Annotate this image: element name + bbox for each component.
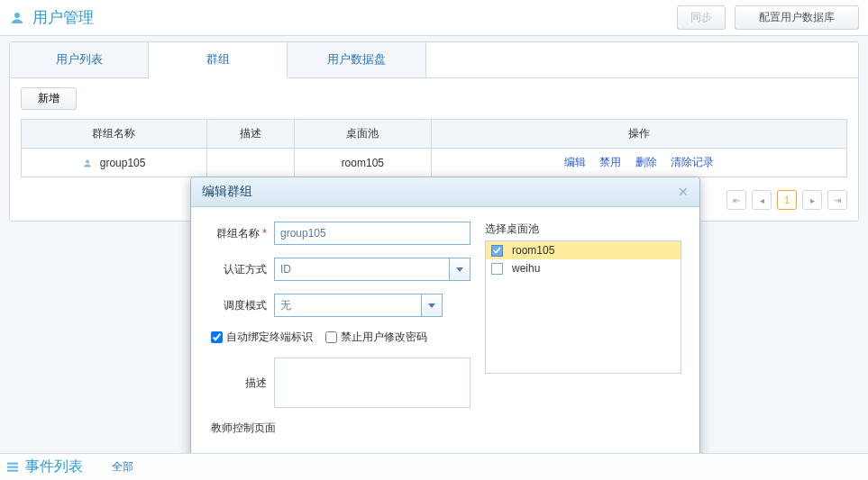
group-name-input[interactable] xyxy=(274,222,471,245)
pager-last[interactable]: ⇥ xyxy=(827,190,847,210)
col-desc: 描述 xyxy=(206,120,294,149)
close-icon[interactable]: ✕ xyxy=(678,185,689,199)
tab-user-list[interactable]: 用户列表 xyxy=(10,42,149,77)
label-group-name: 群组名称 xyxy=(209,226,274,241)
label-auth: 认证方式 xyxy=(209,262,274,277)
toolbar: 新增 xyxy=(10,78,858,119)
pager-next[interactable]: ▸ xyxy=(802,190,822,210)
dialog-body: 群组名称 认证方式 调度模式 自动绑定终端标识 禁止用户修改密码 xyxy=(191,207,699,450)
action-disable[interactable]: 禁用 xyxy=(599,156,621,168)
pool-name: weihu xyxy=(512,262,540,275)
auto-bind-input[interactable] xyxy=(211,331,223,343)
dialog-title: 编辑群组 xyxy=(202,184,252,200)
pool-item-room105[interactable]: room105 xyxy=(486,241,681,259)
checkbox-row: 自动绑定终端标识 禁止用户修改密码 xyxy=(211,330,471,345)
cell-actions: 编辑 禁用 删除 清除记录 xyxy=(431,149,846,177)
deny-pwd-input[interactable] xyxy=(325,331,337,343)
svg-rect-2 xyxy=(7,462,18,464)
group-table: 群组名称 描述 桌面池 操作 group105 room105 编辑 禁用 删除… xyxy=(21,119,847,177)
form-column: 群组名称 认证方式 调度模式 自动绑定终端标识 禁止用户修改密码 xyxy=(209,222,471,445)
list-icon xyxy=(5,460,20,475)
page-header: 用户管理 同步 配置用户数据库 xyxy=(0,0,868,36)
auth-value[interactable] xyxy=(274,258,449,281)
chevron-down-icon[interactable] xyxy=(421,294,443,317)
label-desc: 描述 xyxy=(209,376,274,391)
schedule-select[interactable] xyxy=(274,294,443,317)
pool-item-weihu[interactable]: weihu xyxy=(486,259,681,277)
pool-name: room105 xyxy=(512,244,554,257)
check-icon[interactable] xyxy=(491,263,503,275)
cell-desc xyxy=(206,149,294,177)
chevron-down-icon[interactable] xyxy=(449,258,471,281)
col-actions: 操作 xyxy=(431,120,846,149)
svg-point-1 xyxy=(86,160,89,164)
auth-select[interactable] xyxy=(274,258,471,281)
config-db-button[interactable]: 配置用户数据库 xyxy=(735,5,859,30)
desc-textarea[interactable] xyxy=(274,358,471,408)
group-icon xyxy=(82,158,93,168)
auto-bind-checkbox[interactable]: 自动绑定终端标识 xyxy=(211,330,313,345)
dialog-header: 编辑群组 ✕ xyxy=(191,177,699,207)
svg-rect-3 xyxy=(7,466,18,467)
event-tab-all[interactable]: 全部 xyxy=(101,459,144,475)
label-pool: 选择桌面池 xyxy=(485,222,681,237)
tab-groups[interactable]: 群组 xyxy=(149,42,288,78)
label-teacher: 教师控制页面 xyxy=(211,421,471,436)
cell-name-text: group105 xyxy=(100,157,146,169)
page-title: 用户管理 xyxy=(32,7,94,28)
action-delete[interactable]: 删除 xyxy=(635,156,657,168)
header-buttons: 同步 配置用户数据库 xyxy=(677,5,859,30)
cell-pool: room105 xyxy=(294,149,431,177)
cell-name: group105 xyxy=(22,149,207,177)
event-list-title: 事件列表 xyxy=(25,457,83,476)
new-button[interactable]: 新增 xyxy=(21,87,77,110)
col-name: 群组名称 xyxy=(22,120,207,149)
svg-rect-4 xyxy=(7,469,18,471)
table-row: group105 room105 编辑 禁用 删除 清除记录 xyxy=(22,149,847,177)
svg-point-0 xyxy=(14,13,20,18)
action-clear[interactable]: 清除记录 xyxy=(671,156,714,168)
pager-first[interactable]: ⇤ xyxy=(726,190,746,210)
pool-list[interactable]: room105 weihu xyxy=(485,240,681,374)
pool-column: 选择桌面池 room105 weihu xyxy=(485,222,681,445)
event-list-bar: 事件列表 全部 xyxy=(0,453,868,480)
sync-button[interactable]: 同步 xyxy=(677,5,726,30)
deny-pwd-checkbox[interactable]: 禁止用户修改密码 xyxy=(325,330,427,345)
check-icon[interactable] xyxy=(491,245,503,257)
tab-user-disk[interactable]: 用户数据盘 xyxy=(288,42,426,77)
users-icon xyxy=(9,10,25,26)
pager-prev[interactable]: ◂ xyxy=(752,190,772,210)
schedule-value[interactable] xyxy=(274,294,421,317)
tab-bar: 用户列表 群组 用户数据盘 xyxy=(10,42,858,78)
edit-group-dialog: 编辑群组 ✕ 群组名称 认证方式 调度模式 xyxy=(190,177,700,480)
col-pool: 桌面池 xyxy=(294,120,431,149)
action-edit[interactable]: 编辑 xyxy=(564,156,586,168)
pager-page[interactable]: 1 xyxy=(777,190,797,210)
label-schedule: 调度模式 xyxy=(209,298,274,313)
